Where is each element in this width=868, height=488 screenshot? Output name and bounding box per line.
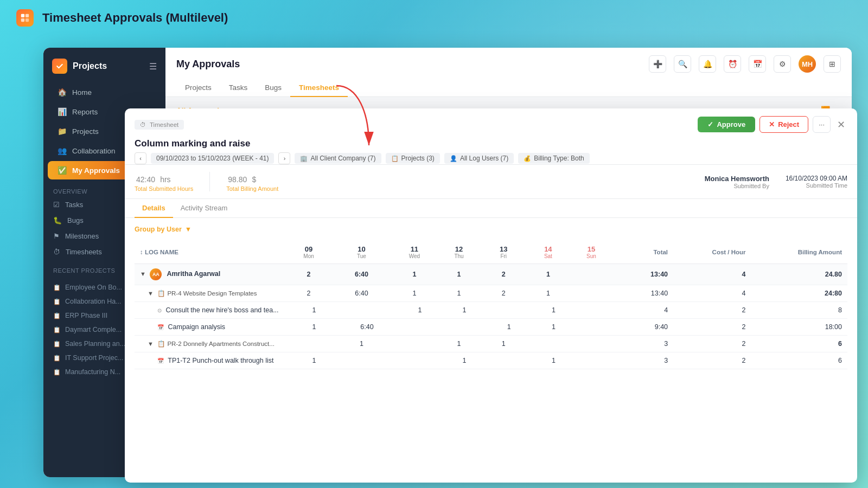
detail-tab-details[interactable]: Details <box>135 199 173 218</box>
user-name-cell: ▼ AA Amritha Agarwal <box>135 264 286 285</box>
grid-icon-btn[interactable]: ⊞ <box>824 55 841 73</box>
proj1-total: 13:40 <box>612 285 673 302</box>
proj1-d11: 1 <box>392 285 437 302</box>
proj2-expand-btn[interactable]: ▼ <box>148 341 154 347</box>
col-day-15: 15 Sun <box>570 241 612 264</box>
task2-name-cell: 📅 Campaign analysis <box>135 319 286 336</box>
nav-prev-btn[interactable]: ‹ <box>135 152 146 164</box>
recent-icon-erp: 📋 <box>53 312 61 319</box>
nav-next-icon: › <box>284 155 286 162</box>
task2-type-icon: 📅 <box>157 324 164 330</box>
tab-timesheets[interactable]: Timesheets <box>290 79 348 97</box>
search-icon-btn[interactable]: 🔍 <box>674 55 691 73</box>
task1-d14: 1 <box>526 302 570 319</box>
proj1-d15 <box>570 285 612 302</box>
task3-d12: 1 <box>437 352 481 369</box>
recent-label: Recent Projects <box>53 267 115 274</box>
recent-icon-sales: 📋 <box>53 341 61 348</box>
sidebar-sub-milestones-label: Milestones <box>65 232 99 240</box>
recent-item-sales-label: Sales Planning an... <box>65 340 125 348</box>
milestones-sub-icon: ⚑ <box>53 232 60 240</box>
col-log-name: ↕ LOG NAME <box>135 241 286 264</box>
header-icons: ➕ 🔍 🔔 ⏰ 📅 ⚙ MH ⊞ <box>649 55 841 73</box>
detail-panel: ⏱ Timesheet ✓ Approve ✕ Reject ··· ✕ Col… <box>125 108 857 483</box>
more-options-button[interactable]: ··· <box>813 116 831 133</box>
client-pill-icon: 🏢 <box>300 155 308 162</box>
settings-icon-btn[interactable]: ⚙ <box>774 55 791 73</box>
task1-type-icon: ⊙ <box>157 307 162 313</box>
hamburger-menu[interactable]: ☰ <box>149 61 157 72</box>
task2-d11 <box>392 319 437 336</box>
group-by-row[interactable]: Group by User ▼ <box>135 226 847 233</box>
task1-d10 <box>331 302 392 319</box>
sidebar-item-home[interactable]: 🏠 Home <box>48 83 161 101</box>
user-name: Amritha Agarwal <box>167 270 220 278</box>
home-icon: 🏠 <box>58 88 67 97</box>
submitted-by-name: Monica Hemsworth <box>705 175 769 183</box>
detail-stats: 42:40 hrs Total Submitted Hours 98.80 $ … <box>125 165 857 199</box>
detail-header: ⏱ Timesheet ✓ Approve ✕ Reject ··· ✕ Col… <box>125 108 857 165</box>
nav-prev-icon: ‹ <box>139 155 142 162</box>
col-day-14: 14 Sat <box>526 241 570 264</box>
tab-tasks[interactable]: Tasks <box>220 79 257 97</box>
task2-d15 <box>570 319 612 336</box>
users-filter-label: All Log Users (7) <box>460 155 508 162</box>
proj1-d14: 1 <box>526 285 570 302</box>
task3-d15 <box>570 352 612 369</box>
task2-billing: 18:00 <box>751 319 847 336</box>
proj1-d10: 6:40 <box>331 285 392 302</box>
proj2-d12: 1 <box>437 336 481 352</box>
tab-projects[interactable]: Projects <box>176 79 220 97</box>
log-col-sort-icon: ↕ <box>140 249 143 255</box>
header-title: My Approvals <box>176 59 240 70</box>
billing-filter-label: Billing Type: Both <box>534 155 584 162</box>
col-day-13: 13 Fri <box>481 241 526 264</box>
task3-d14: 1 <box>526 352 570 369</box>
add-icon-btn[interactable]: ➕ <box>649 55 666 73</box>
client-filter-pill[interactable]: 🏢 All Client Company (7) <box>295 153 381 164</box>
billing-filter-pill[interactable]: 💰 Billing Type: Both <box>518 153 590 164</box>
recent-icon-it: 📋 <box>53 355 61 362</box>
svg-rect-3 <box>25 18 29 21</box>
proj2-d15 <box>570 336 612 352</box>
proj2-d10: 1 <box>331 336 392 352</box>
approve-label: Approve <box>717 120 745 129</box>
clock-icon-btn[interactable]: ⏰ <box>724 55 741 73</box>
user-avatar[interactable]: MH <box>799 55 816 73</box>
reject-button[interactable]: ✕ Reject <box>760 116 808 133</box>
proj1-expand-btn[interactable]: ▼ <box>148 290 154 297</box>
user-d10: 6:40 <box>331 264 392 285</box>
users-filter-pill[interactable]: 👤 All Log Users (7) <box>444 153 514 164</box>
billing-value: 98.80 $ <box>226 171 278 185</box>
calendar-icon-btn[interactable]: 📅 <box>749 55 766 73</box>
submitted-time-label: Submitted Time <box>786 182 847 189</box>
recent-item-collab-label: Collaboration Ha... <box>65 298 122 305</box>
proj1-icon: 📋 <box>157 290 165 297</box>
detail-tab-activity[interactable]: Activity Stream <box>173 199 235 218</box>
task3-name-cell: 📅 TP1-T2 Punch-out walk through list <box>135 352 286 369</box>
task-row-3: 📅 TP1-T2 Punch-out walk through list 1 1… <box>135 352 847 369</box>
hours-label: Total Submitted Hours <box>135 185 193 192</box>
group-by-label: Group by User <box>135 226 182 233</box>
sidebar-logo <box>52 59 67 74</box>
projects-filter-pill[interactable]: 📋 Projects (3) <box>386 153 440 164</box>
close-detail-button[interactable]: ✕ <box>835 117 847 133</box>
task1-billing: 8 <box>751 302 847 319</box>
tab-bugs[interactable]: Bugs <box>256 79 290 97</box>
proj2-name-cell: ▼ 📋 PR-2 Donnelly Apartments Construct..… <box>135 336 286 352</box>
proj2-billing: 6 <box>751 336 847 352</box>
sidebar-app-name: Projects <box>73 61 107 71</box>
my-approvals-icon: ✅ <box>58 166 67 175</box>
user-expand-btn[interactable]: ▼ <box>140 271 146 277</box>
nav-next-btn[interactable]: › <box>278 152 290 164</box>
user-d11: 1 <box>392 264 437 285</box>
app-header: My Approvals ➕ 🔍 🔔 ⏰ 📅 ⚙ MH ⊞ Projects T… <box>165 48 852 97</box>
notification-icon-btn[interactable]: 🔔 <box>699 55 716 73</box>
approve-button[interactable]: ✓ Approve <box>698 117 755 132</box>
task1-d13 <box>481 302 526 319</box>
sidebar-item-my-approvals-label: My Approvals <box>72 166 120 175</box>
hours-value: 42:40 hrs <box>135 171 193 185</box>
svg-rect-2 <box>21 18 24 21</box>
task1-name: Consult the new hire's boss and tea... <box>165 306 278 314</box>
proj1-name-cell: ▼ 📋 PR-4 Website Design Templates <box>135 285 286 302</box>
